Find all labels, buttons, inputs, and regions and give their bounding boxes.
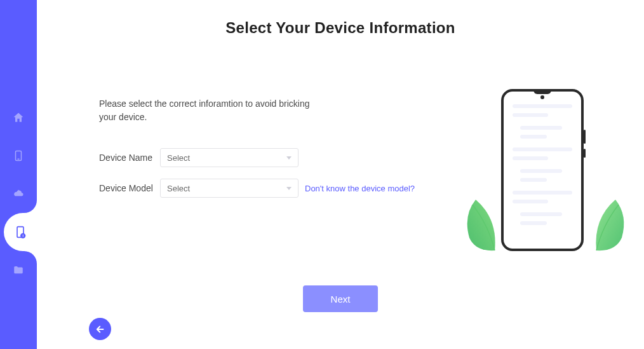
home-icon <box>12 111 25 124</box>
help-link[interactable]: Don't know the device model? <box>305 184 415 193</box>
device-name-value: Select <box>167 153 190 163</box>
folder-icon <box>12 264 25 276</box>
instruction-text: Please select the correct inforamtion to… <box>99 97 312 124</box>
svg-text:!: ! <box>22 234 23 238</box>
device-model-select[interactable]: Select <box>160 179 299 198</box>
sidebar-item-folder[interactable] <box>0 251 37 289</box>
device-name-select[interactable]: Select <box>160 148 299 167</box>
chevron-down-icon <box>286 187 292 190</box>
main-content: Select Your Device Information Please se… <box>37 0 644 349</box>
device-illustration <box>476 83 615 257</box>
sidebar-item-phone[interactable] <box>0 137 37 175</box>
leaf-icon <box>457 193 501 254</box>
cloud-icon <box>12 188 25 200</box>
phone-icon <box>13 149 24 162</box>
phone-mockup <box>501 89 584 251</box>
phone-alert-icon: ! <box>14 225 27 239</box>
form-area: Please select the correct inforamtion to… <box>99 97 423 209</box>
device-model-label: Device Model <box>99 183 160 193</box>
device-name-label: Device Name <box>99 153 160 163</box>
chevron-down-icon <box>286 156 292 160</box>
page-title: Select Your Device Information <box>37 19 644 37</box>
leaf-icon <box>590 193 634 254</box>
device-name-row: Device Name Select <box>99 148 423 167</box>
device-model-value: Select <box>167 184 190 193</box>
sidebar-item-phone-alert[interactable]: ! <box>4 213 37 251</box>
next-button[interactable]: Next <box>303 285 378 312</box>
device-model-row: Device Model Select Don't know the devic… <box>99 179 423 198</box>
back-button[interactable] <box>89 318 111 340</box>
sidebar: ! <box>0 0 37 349</box>
sidebar-item-home[interactable] <box>0 99 37 137</box>
arrow-left-icon <box>95 324 106 335</box>
